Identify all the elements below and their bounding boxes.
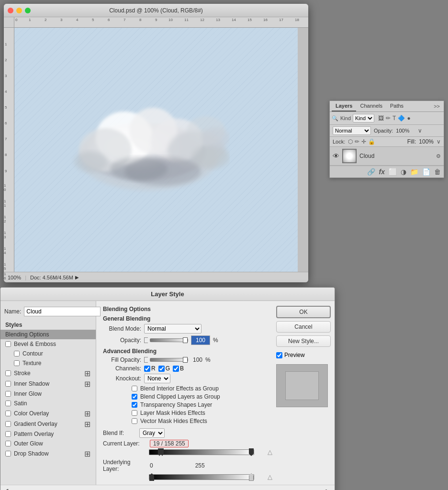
new-style-button[interactable]: New Style... <box>276 335 331 347</box>
lock-paint-icon[interactable]: ✏ <box>355 138 359 145</box>
link-layers-icon[interactable]: 🔗 <box>367 168 375 176</box>
blend-mode-select[interactable]: Normal <box>333 126 371 135</box>
texture-checkbox[interactable] <box>14 360 20 366</box>
kind-select[interactable]: Kind <box>353 114 374 122</box>
pattern-overlay-checkbox[interactable] <box>5 431 11 437</box>
opacity-input[interactable] <box>191 335 210 345</box>
layer-filter-smart[interactable]: ● <box>407 115 410 122</box>
ul-left-thumb[interactable] <box>149 473 154 481</box>
fill-opacity-slider-track[interactable] <box>150 358 188 362</box>
fill-opacity-slider-thumb[interactable] <box>183 357 188 363</box>
cl-left-thumb2[interactable] <box>161 448 164 456</box>
opacity-arrow[interactable]: ∨ <box>418 127 422 134</box>
style-item-blending-options[interactable]: Blending Options <box>0 330 96 339</box>
ul-right-thumb[interactable] <box>249 473 254 481</box>
cl-left-thumb1[interactable] <box>158 448 161 456</box>
bevel-checkbox[interactable] <box>5 341 11 347</box>
drop-shadow-plus-icon[interactable]: ⊞ <box>83 450 91 457</box>
color-overlay-plus-icon[interactable]: ⊞ <box>83 410 91 417</box>
style-item-inner-glow[interactable]: Inner Glow <box>0 389 96 399</box>
visibility-eye-icon[interactable]: 👁 <box>333 152 339 160</box>
blend-if-select[interactable]: Gray <box>139 428 165 438</box>
inner-glow-checkbox[interactable] <box>5 391 11 397</box>
name-input[interactable] <box>24 307 101 316</box>
kind-label: 🔍 <box>332 115 338 122</box>
style-item-texture[interactable]: Texture <box>0 358 96 368</box>
cl-right-thumb[interactable] <box>249 448 254 456</box>
inner-shadow-plus-icon[interactable]: ⊞ <box>83 380 91 388</box>
style-item-drop-shadow[interactable]: Drop Shadow ⊞ <box>0 448 96 459</box>
close-button[interactable] <box>8 8 13 13</box>
bevel-label: Bevel & Emboss <box>14 341 91 347</box>
style-item-satin[interactable]: Satin <box>0 399 96 408</box>
add-mask-icon[interactable]: ⬜ <box>389 168 397 176</box>
outer-glow-checkbox[interactable] <box>5 441 11 446</box>
underlying-layer-slider-track[interactable] <box>149 474 254 480</box>
style-item-pattern-overlay[interactable]: Pattern Overlay <box>0 429 96 439</box>
inner-shadow-checkbox[interactable] <box>5 381 11 387</box>
underlying-layer-label-values: Underlying Layer: 0 255 <box>103 459 266 472</box>
maximize-button[interactable] <box>25 8 31 13</box>
blend-mode-row: Blend Mode: Normal <box>103 324 266 334</box>
style-item-inner-shadow[interactable]: Inner Shadow ⊞ <box>0 379 96 389</box>
style-item-color-overlay[interactable]: Color Overlay ⊞ <box>0 408 96 419</box>
layer-row-cloud[interactable]: 👁 Cloud ⚙ <box>330 147 444 166</box>
layer-filter-image[interactable]: 🖼 <box>378 115 384 122</box>
create-layer-icon[interactable]: 📄 <box>422 168 430 176</box>
blend-mode-select-dialog[interactable]: Normal <box>144 324 202 334</box>
color-overlay-checkbox[interactable] <box>5 411 11 416</box>
opacity-slider-container <box>144 337 188 343</box>
satin-checkbox[interactable] <box>5 401 11 406</box>
color-overlay-label: Color Overlay <box>14 410 80 417</box>
layer-filter-text[interactable]: T <box>392 115 396 122</box>
style-item-outer-glow[interactable]: Outer Glow <box>0 439 96 448</box>
blend-clipped-checkbox[interactable] <box>132 394 137 400</box>
channel-g-checkbox[interactable] <box>158 366 165 372</box>
contour-checkbox[interactable] <box>14 351 20 356</box>
vector-mask-checkbox[interactable] <box>132 418 137 424</box>
style-item-gradient-overlay[interactable]: Gradient Overlay ⊞ <box>0 419 96 429</box>
cl-val1: 19 <box>153 440 159 447</box>
delete-layer-icon[interactable]: 🗑 <box>434 168 441 176</box>
transparency-shapes-checkbox[interactable] <box>132 402 137 408</box>
move-effect-up-icon[interactable]: ▲ <box>16 488 23 490</box>
ok-button[interactable]: OK <box>276 306 331 318</box>
move-effect-down-icon[interactable]: ▼ <box>27 488 35 490</box>
panel-expand-icon[interactable]: >> <box>432 103 442 109</box>
cancel-button[interactable]: Cancel <box>276 321 331 333</box>
name-label: Name: <box>4 308 21 315</box>
fill-arrow[interactable]: ∨ <box>437 138 441 145</box>
status-arrow-icon[interactable]: ▶ <box>75 275 79 280</box>
lock-all-icon[interactable]: 🔒 <box>368 138 375 145</box>
tab-channels[interactable]: Channels <box>356 101 386 111</box>
channel-r-checkbox[interactable] <box>144 366 150 372</box>
preview-checkbox[interactable] <box>276 352 282 358</box>
style-item-contour[interactable]: Contour <box>0 349 96 358</box>
minimize-button[interactable] <box>16 8 22 13</box>
create-fill-icon[interactable]: ◑ <box>401 168 406 176</box>
layer-filter-adjustment[interactable]: ✏ <box>386 115 391 122</box>
style-item-stroke[interactable]: Stroke ⊞ <box>0 368 96 379</box>
tab-layers[interactable]: Layers <box>332 101 356 111</box>
opacity-slider-track[interactable] <box>150 338 188 342</box>
drop-shadow-checkbox[interactable] <box>5 451 11 457</box>
knockout-select[interactable]: None <box>144 374 170 383</box>
gradient-overlay-checkbox[interactable] <box>5 421 11 427</box>
style-item-bevel[interactable]: Bevel & Emboss <box>0 339 96 349</box>
layer-mask-checkbox[interactable] <box>132 410 137 416</box>
outer-glow-label: Outer Glow <box>14 440 91 447</box>
opacity-slider-thumb[interactable] <box>183 337 188 343</box>
create-group-icon[interactable]: 📁 <box>410 168 418 176</box>
lock-position-icon[interactable]: ✛ <box>361 138 366 145</box>
current-layer-slider-track[interactable] <box>149 449 254 455</box>
channel-b-checkbox[interactable] <box>173 366 179 372</box>
fx-footer-icon[interactable]: fx <box>5 488 12 490</box>
lock-pixels-icon[interactable]: ⬡ <box>348 138 353 145</box>
layer-filter-shape[interactable]: 🔷 <box>398 115 405 122</box>
tab-paths[interactable]: Paths <box>386 101 407 111</box>
gradient-overlay-plus-icon[interactable]: ⊞ <box>83 420 91 428</box>
stroke-plus-icon[interactable]: ⊞ <box>83 369 91 377</box>
blend-interior-checkbox[interactable] <box>132 386 137 391</box>
add-style-icon[interactable]: fx <box>379 168 385 176</box>
stroke-checkbox[interactable] <box>5 370 11 376</box>
